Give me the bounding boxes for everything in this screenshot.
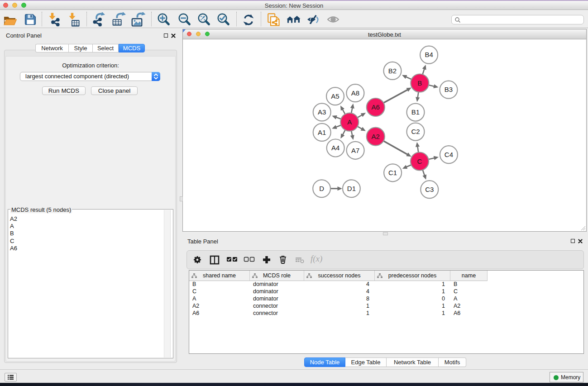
svg-text:A2: A2 (372, 133, 380, 140)
svg-text:A5: A5 (331, 92, 339, 100)
svg-text:D1: D1 (347, 185, 356, 192)
svg-text:B1: B1 (411, 108, 420, 116)
svg-text:C1: C1 (388, 169, 397, 176)
svg-text:A4: A4 (331, 144, 339, 152)
svg-text:B2: B2 (388, 67, 397, 75)
svg-text:A: A (347, 118, 352, 126)
svg-text:C: C (417, 157, 422, 165)
svg-text:C3: C3 (425, 186, 434, 193)
svg-text:C2: C2 (411, 128, 420, 135)
svg-text:A7: A7 (351, 147, 359, 154)
svg-text:B3: B3 (445, 86, 453, 93)
svg-text:B4: B4 (425, 51, 433, 58)
svg-text:A1: A1 (318, 129, 326, 136)
svg-text:B: B (417, 79, 422, 87)
svg-text:D: D (319, 185, 324, 192)
svg-text:A8: A8 (351, 89, 359, 97)
svg-text:C4: C4 (445, 151, 453, 158)
svg-text:A3: A3 (318, 108, 326, 116)
svg-text:A6: A6 (372, 103, 380, 111)
